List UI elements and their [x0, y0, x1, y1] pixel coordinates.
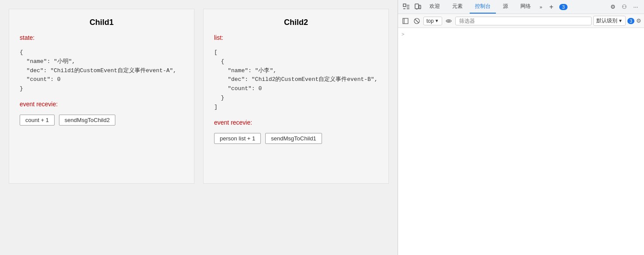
log-level-dropdown[interactable]: 默认级别 ▼	[593, 16, 626, 26]
more-tabs-icon[interactable]: »	[538, 2, 544, 12]
child1-event-label: event recevie:	[20, 101, 184, 108]
svg-rect-6	[419, 5, 421, 9]
devtools-panel: 欢迎 元素 控制台 源 网络 » + 3 ⚙ ⚇ ··· top ▼	[398, 0, 644, 255]
device-icon[interactable]	[413, 2, 422, 12]
eye-icon[interactable]	[444, 16, 454, 26]
devtools-toolbar: top ▼ 默认级别 ▼ 3 ⚙	[398, 14, 644, 28]
child1-state-label: state:	[20, 34, 184, 41]
svg-line-11	[415, 19, 419, 23]
devtools-topbar: 欢迎 元素 控制台 源 网络 » + 3 ⚙ ⚇ ···	[398, 0, 644, 14]
tab-sources[interactable]: 源	[498, 0, 513, 14]
console-arrow[interactable]: >	[402, 30, 641, 38]
child2-title: Child2	[214, 18, 378, 27]
tab-console[interactable]: 控制台	[470, 0, 496, 14]
devtools-content: >	[398, 28, 644, 255]
inspect-icon[interactable]	[402, 2, 411, 12]
child1-state-json: { "name": "小明", "dec": "Child1的CustomEve…	[20, 48, 184, 94]
child2-send-button[interactable]: sendMsgToChild1	[265, 133, 322, 144]
child2-button-row: person list + 1 sendMsgToChild1	[214, 133, 378, 144]
svg-point-12	[448, 20, 450, 22]
devtools-settings-icon[interactable]: ⚙	[608, 2, 618, 12]
svg-rect-0	[403, 4, 406, 7]
clear-console-icon[interactable]	[412, 16, 422, 26]
log-level-label: 默认级别	[596, 17, 617, 24]
filter-input[interactable]	[455, 17, 592, 25]
child1-button-row: count + 1 sendMsgToChild2	[20, 115, 184, 126]
more-options-icon[interactable]: ···	[631, 2, 641, 12]
context-dropdown[interactable]: top ▼	[423, 17, 442, 25]
tab-network[interactable]: 网络	[515, 0, 536, 14]
child2-list-label: list:	[214, 34, 378, 41]
child1-count-button[interactable]: count + 1	[20, 115, 55, 126]
tab-elements[interactable]: 元素	[447, 0, 468, 14]
chevron-down-icon: ▼	[618, 18, 623, 23]
level-badge: 3	[627, 18, 634, 24]
child1-send-button[interactable]: sendMsgToChild2	[59, 115, 115, 126]
svg-rect-5	[415, 4, 419, 9]
tab-welcome[interactable]: 欢迎	[424, 0, 445, 14]
chevron-down-icon: ▼	[435, 18, 439, 23]
context-dropdown-label: top	[426, 18, 434, 24]
child1-card: Child1 state: { "name": "小明", "dec": "Ch…	[9, 9, 194, 184]
sidebar-toggle-icon[interactable]	[401, 16, 410, 26]
child2-event-label: event recevie:	[214, 119, 378, 126]
child1-title: Child1	[20, 18, 184, 27]
svg-rect-8	[403, 18, 408, 24]
child2-card: Child2 list: [ { "name": "小李", "dec": "C…	[203, 9, 389, 184]
profile-icon[interactable]: ⚇	[620, 2, 629, 12]
main-area: Child1 state: { "name": "小明", "dec": "Ch…	[0, 0, 398, 255]
child2-person-button[interactable]: person list + 1	[214, 133, 261, 144]
add-tab-icon[interactable]: +	[546, 1, 557, 13]
error-badge: 3	[559, 4, 567, 10]
child2-list-json: [ { "name": "小李", "dec": "Child2的CustomE…	[214, 48, 378, 112]
console-settings-icon[interactable]: ⚙	[636, 17, 641, 24]
